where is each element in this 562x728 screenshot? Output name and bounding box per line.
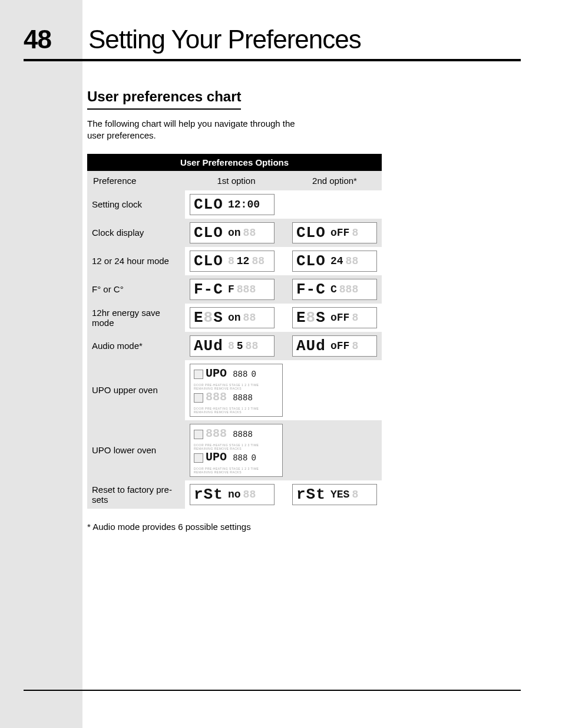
row-label: Audio mode* <box>87 332 185 360</box>
lcd-display: CLO 2488 <box>292 251 377 272</box>
section-heading: User preferences chart <box>87 88 241 108</box>
footnote: * Audio mode provides 6 possible setting… <box>87 522 511 532</box>
lcd-display: rSt YES8 <box>292 484 377 505</box>
oven-icon <box>194 393 203 403</box>
lcd-display: F-C F888 <box>190 279 275 300</box>
oven-icon <box>194 430 203 439</box>
lcd-display: CLO 12:00 <box>190 194 275 215</box>
lcd-display: AUd oFF8 <box>292 335 377 357</box>
row-label: Setting clock <box>87 190 185 219</box>
lcd-display: AUd 8588 <box>190 335 275 357</box>
lcd-display-double: UPO 8880 DOOR PRE-HEATING STAGE 1 2 3 TI… <box>190 364 283 417</box>
table-title: User Preferences Options <box>87 154 382 171</box>
page-number: 48 <box>24 25 51 54</box>
lcd-display: CLO on88 <box>190 222 275 243</box>
bottom-rule <box>24 690 521 691</box>
row-label: Reset to factory pre-sets <box>87 480 185 509</box>
oven-icon <box>194 370 203 379</box>
col-header-opt1: 1st option <box>185 171 287 190</box>
row-label: UPO upper oven <box>87 360 185 420</box>
row-label: 12hr energy save mode <box>87 304 185 332</box>
lcd-display-double: 888 8888 DOOR PRE-HEATING STAGE 1 2 3 TI… <box>190 424 283 477</box>
preferences-table: User Preferences Options Preference 1st … <box>87 154 382 509</box>
left-margin-bar <box>0 0 82 728</box>
row-label: F° or C° <box>87 275 185 304</box>
col-header-opt2: 2nd option* <box>287 171 382 190</box>
oven-icon <box>194 453 203 463</box>
col-header-preference: Preference <box>87 171 185 190</box>
lcd-display: E8S oFF8 <box>292 307 377 328</box>
row-label: Clock display <box>87 219 185 247</box>
lcd-display: F-C C888 <box>292 279 377 300</box>
lcd-display: rSt no88 <box>190 484 275 505</box>
lcd-display: CLO 81288 <box>190 251 275 272</box>
lcd-display: CLO oFF8 <box>292 222 377 243</box>
section-intro: The following chart will help you naviga… <box>87 118 299 142</box>
row-label: 12 or 24 hour mode <box>87 247 185 275</box>
lcd-display: E8S on88 <box>190 307 275 328</box>
top-rule <box>24 59 521 61</box>
page-title: Setting Your Preferences <box>88 25 361 54</box>
row-label: UPO lower oven <box>87 420 185 480</box>
